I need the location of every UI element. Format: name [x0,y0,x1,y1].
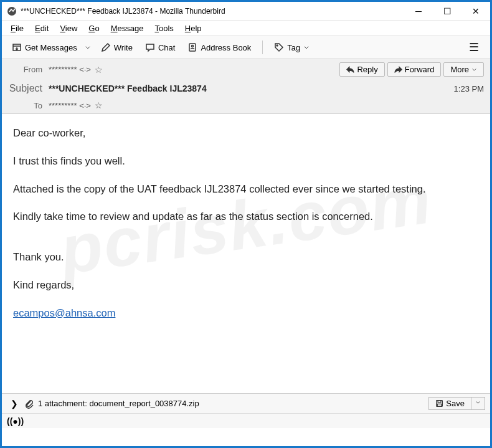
menu-go[interactable]: Go [83,22,104,34]
window-controls: ─ ☐ ✕ [404,2,490,21]
paperclip-icon [24,399,34,409]
svg-point-2 [192,45,194,47]
address-book-button[interactable]: Address Book [182,40,256,55]
toolbar-separator [262,41,263,54]
subject-label: Subject [8,83,42,94]
chat-label: Chat [158,43,175,52]
menu-view[interactable]: View [55,22,82,34]
time-value: 1:23 PM [454,84,484,93]
pencil-icon [101,42,111,52]
tag-label: Tag [287,43,300,52]
maximize-button[interactable]: ☐ [433,2,461,21]
to-row: To ********* <·> ☆ [2,97,490,113]
signal-icon: ((●)) [7,416,24,426]
app-icon [7,6,17,16]
body-paragraph: Kind regards, [13,277,479,293]
body-paragraph: Attached is the copy of the UAT feedback… [13,181,479,197]
svg-point-0 [7,7,16,16]
write-button[interactable]: Write [96,40,138,55]
title-bar: ***UNCHECKED*** Feedback IJL23874 - Mozi… [2,2,490,21]
get-messages-label: Get Messages [25,43,77,52]
chat-icon [145,42,155,52]
from-label: From [8,65,42,74]
tag-icon [274,42,284,52]
address-book-label: Address Book [201,43,251,52]
minimize-button[interactable]: ─ [404,2,433,21]
star-icon[interactable]: ☆ [95,100,103,110]
subject-value: ***UNCHECKED*** Feedback IJL23874 [49,83,207,93]
chevron-down-icon [85,44,91,50]
sender-email-link[interactable]: ecampos@ahnsa.com [13,307,115,318]
menu-tools[interactable]: Tools [149,22,178,34]
to-value: ********* <·> ☆ [49,100,103,110]
status-bar: ((●)) [2,413,490,428]
reply-button[interactable]: Reply [339,62,384,77]
svg-rect-5 [438,401,441,403]
body-paragraph: Kindly take time to review and update as… [13,209,479,224]
app-menu-button[interactable]: ☰ [463,37,485,58]
save-attachment: Save [428,397,485,410]
attachment-info: 1 attachment: document_report_0038774.zi… [24,399,199,409]
svg-point-3 [277,45,278,46]
window-title: ***UNCHECKED*** Feedback IJL23874 - Mozi… [21,7,404,16]
svg-rect-6 [438,404,442,406]
tag-button[interactable]: Tag [269,40,315,55]
reply-icon [346,65,354,74]
download-icon [12,42,22,52]
get-messages-dropdown[interactable] [82,42,93,53]
save-label: Save [446,399,465,408]
attachment-text: 1 attachment: document_report_0038774.zi… [38,399,199,408]
menu-bar: File Edit View Go Message Tools Help [2,21,490,36]
save-icon [435,399,443,407]
write-label: Write [114,43,133,52]
message-header: From ********* <·> ☆ Reply Forward More … [2,59,490,114]
chevron-down-icon [303,44,310,50]
forward-label: Forward [405,65,435,74]
body-paragraph: Thank you. [13,249,479,265]
reply-label: Reply [357,65,377,74]
close-button[interactable]: ✕ [461,2,490,21]
forward-button[interactable]: Forward [387,62,442,77]
chevron-down-icon [475,399,481,405]
attachment-bar: ❯ 1 attachment: document_report_0038774.… [2,393,490,413]
more-button[interactable]: More [443,62,484,77]
from-row: From ********* <·> ☆ Reply Forward More [2,59,490,80]
more-label: More [450,65,469,74]
chevron-down-icon [471,67,477,72]
toolbar: Get Messages Write Chat Address Book Tag… [2,36,490,59]
chat-button[interactable]: Chat [140,40,180,55]
address-book-icon [187,42,197,52]
subject-row: Subject ***UNCHECKED*** Feedback IJL2387… [2,80,490,97]
to-label: To [8,101,42,110]
forward-icon [394,65,402,74]
message-actions: Reply Forward More [339,62,484,77]
save-dropdown[interactable] [471,397,485,410]
star-icon[interactable]: ☆ [95,65,103,75]
get-messages-button[interactable]: Get Messages [7,40,82,55]
menu-file[interactable]: File [6,22,29,34]
menu-message[interactable]: Message [106,22,149,34]
attachment-expand[interactable]: ❯ [7,398,22,410]
body-paragraph: I trust this finds you well. [13,153,479,169]
menu-edit[interactable]: Edit [30,22,54,34]
menu-help[interactable]: Help [180,22,207,34]
message-body: Dear co-worker, I trust this finds you w… [2,114,490,393]
body-paragraph: Dear co-worker, [13,125,479,141]
save-button[interactable]: Save [428,397,471,410]
from-value: ********* <·> ☆ [49,65,103,75]
